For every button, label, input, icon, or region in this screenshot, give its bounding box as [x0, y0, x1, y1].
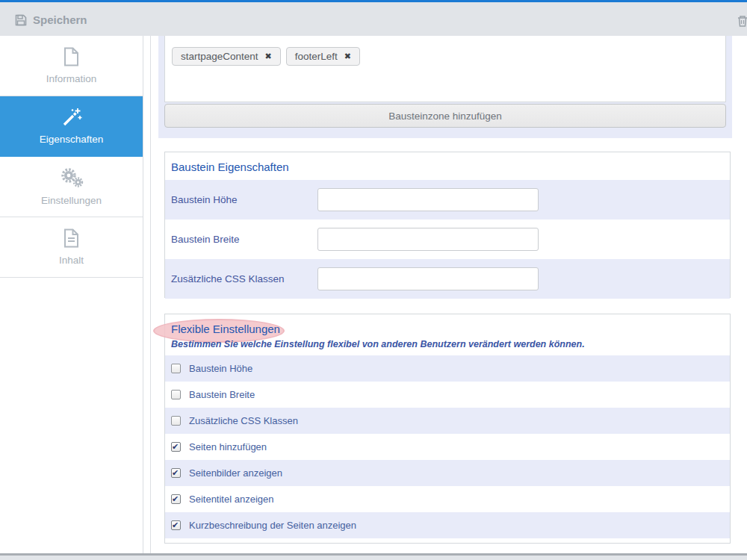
field-label: Zusätzliche CSS Klassen: [171, 273, 285, 284]
field-row-css-klassen: Zusätzliche CSS Klassen: [165, 259, 730, 299]
option-label: Zusätzliche CSS Klassen: [189, 415, 298, 426]
zone-tag-label: footerLeft: [295, 51, 338, 62]
panel-title: Baustein Eigenschaften: [165, 152, 730, 180]
sidebar-item-inhalt[interactable]: Inhalt: [0, 217, 143, 278]
sidebar-item-label: Inhalt: [59, 255, 84, 266]
remove-x-icon[interactable]: ✖: [265, 52, 272, 60]
sidebar-item-label: Information: [46, 73, 97, 84]
option-label: Seitentitel anzeigen: [189, 494, 273, 505]
sidebar-item-label: Eigenschaften: [40, 134, 104, 145]
panel-description: Bestimmen Sie welche Einstellung flexibe…: [171, 339, 724, 349]
sidebar-item-information[interactable]: Information: [0, 36, 143, 96]
checkbox[interactable]: [171, 494, 181, 504]
save-button-label: Speichern: [33, 13, 87, 26]
css-klassen-input[interactable]: [317, 267, 539, 290]
checkbox[interactable]: [171, 416, 181, 426]
panel-title: Flexible Einstellungen: [171, 323, 280, 335]
baustein-breite-input[interactable]: [317, 228, 539, 251]
baustein-zones-panel: startpageContent ✖ footerLeft ✖ Baustein…: [158, 36, 732, 138]
file-icon: [63, 47, 79, 66]
sidebar-item-einstellungen[interactable]: Einstellungen: [0, 157, 143, 217]
field-row-baustein-hoehe: Baustein Höhe: [165, 180, 730, 220]
option-label: Baustein Breite: [189, 389, 255, 400]
option-row: Zusätzliche CSS Klassen: [165, 408, 730, 434]
window-bottom-fill: [0, 556, 747, 560]
field-label: Baustein Breite: [171, 234, 240, 245]
option-row: Seiten hinzufügen: [165, 434, 730, 460]
field-label: Baustein Höhe: [171, 194, 238, 205]
field-row-baustein-breite: Baustein Breite: [165, 220, 730, 259]
zone-tag-label: startpageContent: [181, 51, 258, 62]
option-label: Kurzbeschreibung der Seiten anzeigen: [189, 520, 356, 531]
sidebar-item-eigenschaften[interactable]: Eigenschaften: [0, 96, 143, 157]
option-row: Seitentitel anzeigen: [165, 486, 730, 512]
sidebar-item-label: Einstellungen: [41, 195, 102, 206]
gears-icon: [60, 168, 84, 188]
flexible-einstellungen-panel: Flexible Einstellungen Bestimmen Sie wel…: [164, 314, 731, 544]
magic-wand-icon: [61, 108, 82, 127]
option-row: Baustein Breite: [165, 382, 730, 408]
zone-tag[interactable]: footerLeft ✖: [286, 47, 360, 66]
option-label: Seiten hinzufügen: [189, 441, 267, 452]
checkbox[interactable]: [171, 364, 181, 373]
option-row: Baustein Höhe: [165, 355, 730, 382]
baustein-hoehe-input[interactable]: [317, 188, 539, 211]
checkbox[interactable]: [171, 390, 181, 399]
sidebar: Information Eigenschaften Einst: [0, 36, 143, 553]
zone-tag-area[interactable]: startpageContent ✖ footerLeft ✖: [164, 36, 726, 102]
baustein-eigenschaften-panel: Baustein Eigenschaften Baustein Höhe Bau…: [164, 152, 731, 298]
option-label: Baustein Höhe: [189, 363, 252, 374]
checkbox[interactable]: [171, 468, 181, 478]
option-label: Seitenbilder anzeigen: [189, 467, 282, 479]
remove-x-icon[interactable]: ✖: [344, 52, 351, 60]
option-row: Kurzbeschreibung der Seiten anzeigen: [165, 512, 730, 538]
trash-icon[interactable]: [735, 13, 747, 28]
save-icon: [15, 14, 27, 26]
option-row: Seitenbilder anzeigen: [165, 460, 730, 486]
add-zone-button[interactable]: Bausteinzone hinzufügen: [164, 104, 726, 128]
checkbox[interactable]: [171, 520, 181, 530]
checkbox[interactable]: [171, 442, 181, 452]
file-text-icon: [63, 228, 79, 248]
toolbar: Speichern: [0, 2, 747, 36]
save-button[interactable]: Speichern: [10, 10, 92, 29]
content-left-divider: [150, 36, 151, 553]
zone-tag[interactable]: startpageContent ✖: [172, 47, 281, 66]
